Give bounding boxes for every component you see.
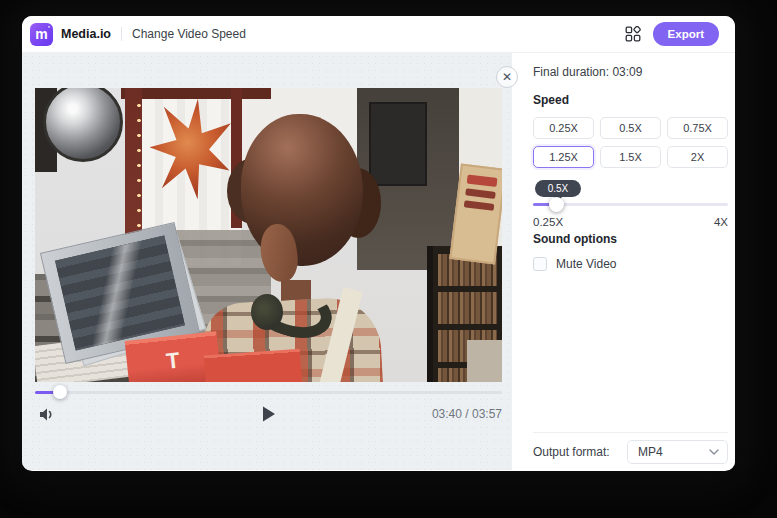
mute-video-label: Mute Video — [556, 257, 617, 271]
slider-max-label: 4X — [714, 216, 728, 228]
mute-video-checkbox[interactable] — [533, 257, 547, 271]
preview-panel: ✕ — [22, 53, 512, 470]
output-format-value: MP4 — [638, 445, 663, 459]
seek-handle[interactable] — [53, 385, 67, 399]
play-icon — [262, 406, 276, 422]
app-window: m ’ Media.io Change Video Speed Export ✕ — [22, 16, 735, 471]
speed-option-0-75x[interactable]: 0.75X — [667, 117, 728, 139]
speaker-icon — [39, 407, 56, 422]
final-duration-text: Final duration: 03:09 — [533, 65, 728, 79]
photo-vinyl-row — [438, 292, 497, 324]
logo-letter: m — [35, 26, 47, 42]
app-header: m ’ Media.io Change Video Speed Export — [22, 16, 735, 53]
photo-person-hair — [241, 114, 363, 266]
speed-options-grid: 0.25X 0.5X 0.75X 1.25X 1.5X 2X — [533, 117, 728, 168]
play-button[interactable] — [262, 406, 276, 422]
desktop-background: m ’ Media.io Change Video Speed Export ✕ — [0, 0, 777, 518]
apps-grid-icon[interactable] — [625, 26, 641, 42]
player-controls: 03:40 / 03:57 — [35, 403, 502, 425]
sound-options-label: Sound options — [533, 232, 728, 246]
output-format-select[interactable]: MP4 — [627, 440, 728, 464]
volume-button[interactable] — [39, 407, 56, 422]
header-divider — [121, 27, 122, 41]
time-display: 03:40 / 03:57 — [432, 407, 502, 421]
chevron-down-icon — [709, 449, 719, 455]
slider-handle[interactable] — [549, 197, 564, 212]
brand-name: Media.io — [61, 27, 111, 41]
speed-option-0-25x[interactable]: 0.25X — [533, 117, 594, 139]
speed-option-1-5x[interactable]: 1.5X — [600, 146, 661, 168]
speed-option-1-25x[interactable]: 1.25X — [533, 146, 594, 168]
photo-headphone-cup — [251, 294, 283, 330]
photo-album-art — [55, 236, 185, 351]
slider-tooltip: 0.5X — [535, 180, 581, 197]
export-button[interactable]: Export — [653, 22, 719, 46]
settings-sidebar: Final duration: 03:09 Speed 0.25X 0.5X 0… — [512, 53, 735, 470]
photo-round-mirror — [43, 88, 123, 162]
photo-picture-frame — [369, 102, 427, 186]
logo-tick: ’ — [48, 25, 50, 33]
slider-min-label: 0.25X — [533, 216, 563, 228]
speed-option-0-5x[interactable]: 0.5X — [600, 117, 661, 139]
output-format-row: Output format: MP4 — [533, 432, 728, 470]
speed-slider: 0.5X 0.25X 4X — [533, 180, 728, 226]
mute-video-row: Mute Video — [533, 257, 728, 271]
photo-red-bin — [204, 349, 302, 382]
speed-section-label: Speed — [533, 93, 728, 107]
video-preview[interactable]: T — [35, 88, 502, 382]
photo-floor — [467, 340, 502, 382]
speed-option-2x[interactable]: 2X — [667, 146, 728, 168]
close-icon[interactable]: ✕ — [496, 66, 518, 88]
seek-bar[interactable] — [35, 391, 502, 394]
output-format-label: Output format: — [533, 445, 610, 459]
page-title: Change Video Speed — [132, 27, 246, 41]
photo-bin-letter: T — [165, 347, 181, 374]
mediaio-logo-icon[interactable]: m ’ — [30, 23, 53, 46]
